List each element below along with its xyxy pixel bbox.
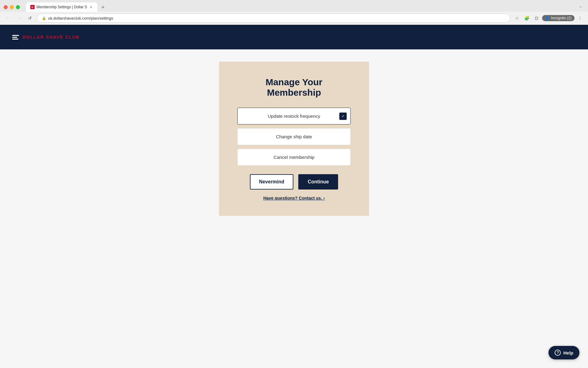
help-button[interactable]: ? Help bbox=[548, 346, 579, 359]
option-update-restock-label: Update restock frequency bbox=[268, 113, 320, 119]
close-window-button[interactable] bbox=[4, 5, 8, 9]
site-header: DOLLAR SHAVE CLUB bbox=[0, 25, 588, 49]
membership-card: Manage Your Membership Update restock fr… bbox=[219, 62, 369, 216]
incognito-avatar-icon: 👤 bbox=[545, 16, 550, 20]
logo-s-stroke bbox=[12, 37, 17, 38]
logo-link[interactable]: DOLLAR SHAVE CLUB bbox=[12, 35, 80, 40]
selected-checkmark-icon: ✓ bbox=[339, 113, 347, 120]
maximize-window-button[interactable] bbox=[16, 5, 20, 9]
incognito-indicator: 👤 Incognito (2) bbox=[542, 15, 575, 21]
traffic-lights bbox=[4, 5, 20, 9]
extensions-button[interactable]: 🧩 bbox=[522, 14, 531, 22]
continue-button[interactable]: Continue bbox=[298, 174, 338, 190]
more-tabs-button[interactable]: ⌄ bbox=[577, 2, 584, 10]
card-title: Manage Your Membership bbox=[237, 77, 351, 98]
main-content: Manage Your Membership Update restock fr… bbox=[0, 49, 588, 368]
tab-favicon-icon: D bbox=[30, 5, 35, 9]
browser-toolbar: ← → ↺ 🔒 uk.dollarshaveclub.com/plan/sett… bbox=[0, 12, 588, 25]
lock-icon: 🔒 bbox=[42, 16, 46, 20]
option-change-ship-date-label: Change ship date bbox=[276, 134, 312, 139]
nevermind-button[interactable]: Nevermind bbox=[250, 174, 294, 190]
logo-icon bbox=[12, 35, 19, 40]
help-label: Help bbox=[563, 350, 573, 355]
option-cancel-membership[interactable]: Cancel membership bbox=[237, 149, 351, 166]
option-cancel-membership-label: Cancel membership bbox=[273, 155, 314, 160]
logo-d-stroke bbox=[12, 35, 19, 36]
forward-button[interactable]: → bbox=[15, 14, 23, 22]
tab-title: Membership Settings | Dollar S bbox=[36, 5, 87, 9]
browser-chrome: D Membership Settings | Dollar S ✕ + ⌄ ←… bbox=[0, 0, 588, 25]
option-update-restock[interactable]: Update restock frequency ✓ bbox=[237, 108, 351, 125]
split-view-button[interactable]: ⊡ bbox=[532, 14, 541, 22]
url-text: uk.dollarshaveclub.com/plan/settings bbox=[48, 16, 113, 21]
tab-close-button[interactable]: ✕ bbox=[89, 5, 93, 9]
option-change-ship-date[interactable]: Change ship date bbox=[237, 128, 351, 145]
bookmark-button[interactable]: ☆ bbox=[513, 14, 521, 22]
contact-us-link[interactable]: Have questions? Contact us. › bbox=[263, 196, 325, 201]
browser-titlebar: D Membership Settings | Dollar S ✕ + ⌄ bbox=[0, 0, 588, 12]
toolbar-actions: ☆ 🧩 ⊡ 👤 Incognito (2) ⋮ bbox=[513, 14, 584, 22]
brand-name: DOLLAR SHAVE CLUB bbox=[23, 35, 80, 40]
help-icon: ? bbox=[555, 350, 561, 356]
logo-c-stroke bbox=[12, 39, 18, 40]
dsc-icon-graphic bbox=[12, 35, 19, 40]
tab-bar: D Membership Settings | Dollar S ✕ + bbox=[26, 2, 107, 12]
action-buttons: Nevermind Continue bbox=[250, 174, 338, 190]
address-bar[interactable]: 🔒 uk.dollarshaveclub.com/plan/settings bbox=[37, 13, 510, 23]
reload-button[interactable]: ↺ bbox=[26, 14, 34, 22]
new-tab-button[interactable]: + bbox=[99, 3, 107, 12]
page-wrapper: DOLLAR SHAVE CLUB Manage Your Membership… bbox=[0, 25, 588, 368]
active-tab[interactable]: D Membership Settings | Dollar S ✕ bbox=[26, 2, 97, 12]
options-list: Update restock frequency ✓ Change ship d… bbox=[237, 108, 351, 166]
minimize-window-button[interactable] bbox=[10, 5, 14, 9]
back-button[interactable]: ← bbox=[4, 14, 12, 22]
more-options-button[interactable]: ⋮ bbox=[576, 14, 584, 22]
incognito-label: Incognito (2) bbox=[551, 16, 571, 20]
